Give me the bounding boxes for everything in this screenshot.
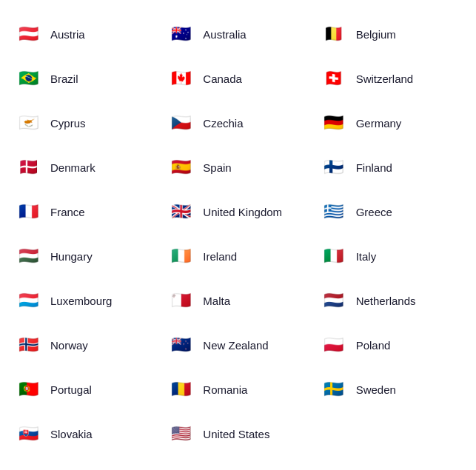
country-item-slovakia[interactable]: 🇸🇰Slovakia bbox=[9, 412, 161, 456]
country-name: Poland bbox=[356, 339, 391, 352]
flag-icon-hungary: 🇭🇺 bbox=[15, 243, 41, 269]
flag-icon-canada: 🇨🇦 bbox=[167, 65, 194, 92]
country-item-cyprus[interactable]: 🇨🇾Cyprus bbox=[9, 101, 161, 145]
flag-icon-luxembourg: 🇱🇺 bbox=[15, 287, 41, 314]
country-name: Hungary bbox=[50, 250, 93, 263]
flag-icon-finland: 🇫🇮 bbox=[321, 154, 347, 181]
country-name: United Kingdom bbox=[203, 206, 282, 218]
flag-icon-poland: 🇵🇱 bbox=[321, 332, 347, 358]
country-name: Australia bbox=[203, 28, 246, 41]
country-item-malta[interactable]: 🇲🇹Malta bbox=[161, 278, 314, 323]
country-name: Denmark bbox=[50, 161, 95, 174]
flag-icon-czechia: 🇨🇿 bbox=[167, 110, 194, 136]
country-item-belgium[interactable]: 🇧🇪Belgium bbox=[315, 12, 467, 56]
flag-icon-united-states: 🇺🇸 bbox=[167, 420, 194, 447]
country-name: Romania bbox=[203, 383, 247, 396]
country-name: Slovakia bbox=[50, 428, 93, 440]
country-item-switzerland[interactable]: 🇨🇭Switzerland bbox=[315, 56, 467, 101]
flag-icon-slovakia: 🇸🇰 bbox=[15, 420, 41, 447]
flag-icon-france: 🇫🇷 bbox=[15, 198, 41, 225]
country-item-canada[interactable]: 🇨🇦Canada bbox=[161, 56, 314, 101]
country-item-netherlands[interactable]: 🇳🇱Netherlands bbox=[315, 278, 467, 323]
country-name: Switzerland bbox=[356, 73, 414, 85]
country-name: Luxembourg bbox=[50, 295, 112, 307]
flag-icon-germany: 🇩🇪 bbox=[321, 110, 347, 136]
flag-icon-austria: 🇦🇹 bbox=[15, 21, 41, 47]
flag-icon-malta: 🇲🇹 bbox=[167, 287, 194, 314]
country-item-poland[interactable]: 🇵🇱Poland bbox=[315, 323, 467, 367]
country-item-brazil[interactable]: 🇧🇷Brazil bbox=[9, 56, 161, 101]
flag-icon-norway: 🇳🇴 bbox=[15, 332, 41, 358]
country-item-germany[interactable]: 🇩🇪Germany bbox=[315, 101, 467, 145]
country-name: Belgium bbox=[356, 28, 396, 41]
flag-icon-netherlands: 🇳🇱 bbox=[321, 287, 347, 314]
country-name: Finland bbox=[356, 161, 392, 174]
country-item-romania[interactable]: 🇷🇴Romania bbox=[161, 367, 314, 412]
country-name: Malta bbox=[203, 295, 230, 307]
country-name: Ireland bbox=[203, 250, 237, 263]
country-item-austria[interactable]: 🇦🇹Austria bbox=[9, 12, 161, 56]
country-item-denmark[interactable]: 🇩🇰Denmark bbox=[9, 145, 161, 189]
flag-icon-belgium: 🇧🇪 bbox=[321, 21, 347, 47]
country-item-luxembourg[interactable]: 🇱🇺Luxembourg bbox=[9, 278, 161, 323]
flag-icon-greece: 🇬🇷 bbox=[321, 198, 347, 225]
country-item-italy[interactable]: 🇮🇹Italy bbox=[315, 234, 467, 278]
country-item-united-kingdom[interactable]: 🇬🇧United Kingdom bbox=[161, 189, 314, 234]
country-name: Netherlands bbox=[356, 295, 416, 307]
flag-icon-sweden: 🇸🇪 bbox=[321, 376, 347, 403]
country-name: Austria bbox=[50, 28, 85, 41]
country-name: Czechia bbox=[203, 117, 243, 130]
country-name: Cyprus bbox=[50, 117, 86, 130]
country-item-hungary[interactable]: 🇭🇺Hungary bbox=[9, 234, 161, 278]
flag-icon-switzerland: 🇨🇭 bbox=[321, 65, 347, 92]
country-name: New Zealand bbox=[203, 339, 268, 352]
country-name: Greece bbox=[356, 206, 392, 218]
flag-icon-denmark: 🇩🇰 bbox=[15, 154, 41, 181]
country-name: Brazil bbox=[50, 73, 78, 85]
flag-icon-romania: 🇷🇴 bbox=[167, 376, 194, 403]
country-name: Italy bbox=[356, 250, 377, 263]
country-name: Norway bbox=[50, 339, 88, 352]
country-item-portugal[interactable]: 🇵🇹Portugal bbox=[9, 367, 161, 412]
country-name: United States bbox=[203, 428, 269, 440]
country-item-united-states[interactable]: 🇺🇸United States bbox=[161, 412, 314, 456]
country-item-france[interactable]: 🇫🇷France bbox=[9, 189, 161, 234]
country-item-greece[interactable]: 🇬🇷Greece bbox=[315, 189, 467, 234]
country-item-czechia[interactable]: 🇨🇿Czechia bbox=[161, 101, 314, 145]
flag-icon-ireland: 🇮🇪 bbox=[167, 243, 194, 269]
country-name: Sweden bbox=[356, 383, 396, 396]
flag-icon-cyprus: 🇨🇾 bbox=[15, 110, 41, 136]
country-item-new-zealand[interactable]: 🇳🇿New Zealand bbox=[161, 323, 314, 367]
flag-icon-spain: 🇪🇸 bbox=[167, 154, 194, 181]
country-item-ireland[interactable]: 🇮🇪Ireland bbox=[161, 234, 314, 278]
flag-icon-australia: 🇦🇺 bbox=[167, 21, 194, 47]
flag-icon-italy: 🇮🇹 bbox=[321, 243, 347, 269]
country-name: Spain bbox=[203, 161, 231, 174]
country-grid: 🇦🇹Austria🇦🇺Australia🇧🇪Belgium🇧🇷Brazil🇨🇦C… bbox=[9, 12, 467, 456]
country-name: France bbox=[50, 206, 85, 218]
country-name: Portugal bbox=[50, 383, 92, 396]
country-name: Canada bbox=[203, 73, 242, 85]
country-item-spain[interactable]: 🇪🇸Spain bbox=[161, 145, 314, 189]
flag-icon-new-zealand: 🇳🇿 bbox=[167, 332, 194, 358]
flag-icon-brazil: 🇧🇷 bbox=[15, 65, 41, 92]
flag-icon-united-kingdom: 🇬🇧 bbox=[167, 198, 194, 225]
country-item-australia[interactable]: 🇦🇺Australia bbox=[161, 12, 314, 56]
country-item-sweden[interactable]: 🇸🇪Sweden bbox=[315, 367, 467, 412]
country-item-norway[interactable]: 🇳🇴Norway bbox=[9, 323, 161, 367]
flag-icon-portugal: 🇵🇹 bbox=[15, 376, 41, 403]
country-name: Germany bbox=[356, 117, 402, 130]
country-item-finland[interactable]: 🇫🇮Finland bbox=[315, 145, 467, 189]
